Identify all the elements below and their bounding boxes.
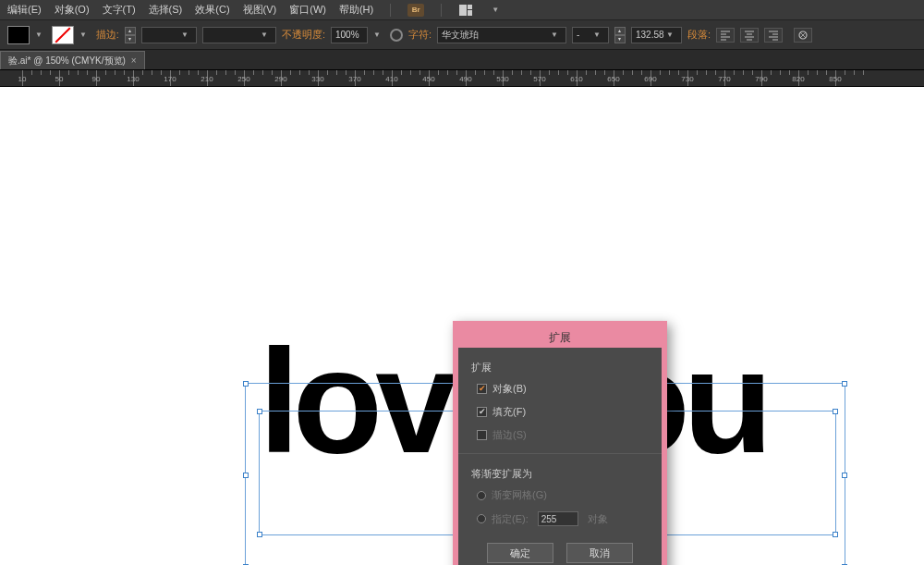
checkbox-stroke (477, 430, 487, 440)
options-bar: ▼ ▼ 描边: ▴▾ ▼ ▼ 不透明度: 100% ▼ 字符: 华文琥珀▼ -▼… (0, 20, 924, 50)
checkbox-object[interactable]: ✔ (477, 384, 487, 394)
menu-window[interactable]: 窗口(W) (289, 3, 326, 17)
radio-specify-label: 指定(E): (492, 512, 529, 526)
handle-right[interactable] (842, 473, 847, 478)
bridge-icon[interactable]: Br (407, 4, 424, 17)
align-center-button[interactable] (740, 28, 759, 43)
checkbox-object-label: 对象(B) (492, 382, 527, 396)
horizontal-ruler: 1050901301702102502903303704104504905305… (0, 70, 924, 87)
svg-rect-0 (459, 5, 467, 16)
opacity-combo[interactable]: 100% (331, 27, 368, 43)
handle-top-right[interactable] (833, 409, 838, 414)
recolor-icon[interactable] (390, 29, 403, 42)
cancel-button[interactable]: 取消 (566, 543, 633, 563)
divider (458, 453, 662, 454)
divider (441, 4, 442, 17)
align-right-button[interactable] (764, 28, 783, 43)
section-gradient-label: 将渐变扩展为 (471, 467, 649, 481)
opacity-label: 不透明度: (282, 28, 325, 42)
section-expand-label: 扩展 (471, 361, 649, 375)
brush-combo[interactable]: ▼ (202, 27, 276, 43)
specify-suffix-label: 对象 (588, 512, 608, 526)
handle-bottom-right[interactable] (833, 532, 838, 537)
dropdown-arrow-icon[interactable]: ▼ (79, 31, 87, 39)
canvas[interactable]: loveyou 扩展 扩展 ✔ 对象(B) ✔ 填充(F) (0, 87, 924, 565)
dialog-body: 扩展 ✔ 对象(B) ✔ 填充(F) 描边(S) 将渐变扩展为 渐变网格(G) (458, 348, 662, 565)
menu-edit[interactable]: 编辑(E) (7, 3, 42, 17)
align-left-button[interactable] (716, 28, 735, 43)
specify-count-input[interactable] (538, 511, 578, 526)
menu-select[interactable]: 选择(S) (149, 3, 183, 17)
handle-left[interactable] (243, 473, 249, 478)
stroke-stepper[interactable]: ▴▾ (125, 27, 136, 43)
menu-help[interactable]: 帮助(H) (339, 3, 373, 17)
paragraph-label: 段落: (687, 28, 711, 42)
checkbox-fill[interactable]: ✔ (477, 407, 487, 417)
svg-rect-2 (468, 10, 472, 16)
tab-bar: 验.ai* @ 150% (CMYK/预览) × (0, 50, 924, 70)
fill-swatch[interactable] (7, 26, 30, 44)
font-size-combo[interactable]: 132.58▼ (631, 27, 682, 43)
dropdown-arrow-icon[interactable]: ▼ (373, 31, 381, 39)
stroke-label: 描边: (96, 28, 119, 42)
menu-type[interactable]: 文字(T) (103, 3, 136, 17)
menu-view[interactable]: 视图(V) (243, 3, 277, 17)
handle-top-right[interactable] (842, 381, 847, 387)
document-tab[interactable]: 验.ai* @ 150% (CMYK/预览) × (0, 51, 145, 69)
stroke-weight-combo[interactable]: ▼ (141, 27, 197, 43)
align-panel-button[interactable] (794, 28, 812, 43)
font-family-combo[interactable]: 华文琥珀▼ (437, 27, 566, 43)
divider (390, 4, 391, 17)
handle-bottom-left[interactable] (257, 532, 262, 537)
checkbox-stroke-label: 描边(S) (492, 428, 527, 442)
checkbox-fill-label: 填充(F) (492, 405, 526, 419)
dropdown-arrow-icon[interactable]: ▼ (35, 31, 43, 39)
menu-effect[interactable]: 效果(C) (195, 3, 229, 17)
ok-button[interactable]: 确定 (487, 543, 553, 563)
close-icon[interactable]: × (131, 55, 137, 66)
handle-top-left[interactable] (243, 381, 249, 387)
font-size-stepper[interactable]: ▴▾ (614, 27, 626, 43)
arrange-documents-icon[interactable] (458, 4, 479, 17)
radio-specify (477, 514, 486, 523)
tab-title: 验.ai* @ 150% (CMYK/预览) (8, 55, 126, 68)
dropdown-arrow-icon[interactable]: ▼ (492, 6, 499, 14)
stroke-swatch[interactable] (52, 26, 74, 44)
expand-dialog: 扩展 扩展 ✔ 对象(B) ✔ 填充(F) 描边(S) 将渐变扩展为 渐变网格(… (453, 321, 667, 565)
radio-gradient-mesh (477, 491, 486, 500)
dialog-title: 扩展 (458, 326, 662, 348)
radio-gradient-mesh-label: 渐变网格(G) (492, 488, 547, 502)
svg-rect-1 (468, 5, 472, 9)
menu-bar: 编辑(E) 对象(O) 文字(T) 选择(S) 效果(C) 视图(V) 窗口(W… (0, 0, 924, 20)
menu-object[interactable]: 对象(O) (55, 3, 90, 17)
character-label: 字符: (408, 28, 432, 42)
font-weight-combo[interactable]: -▼ (572, 27, 609, 43)
